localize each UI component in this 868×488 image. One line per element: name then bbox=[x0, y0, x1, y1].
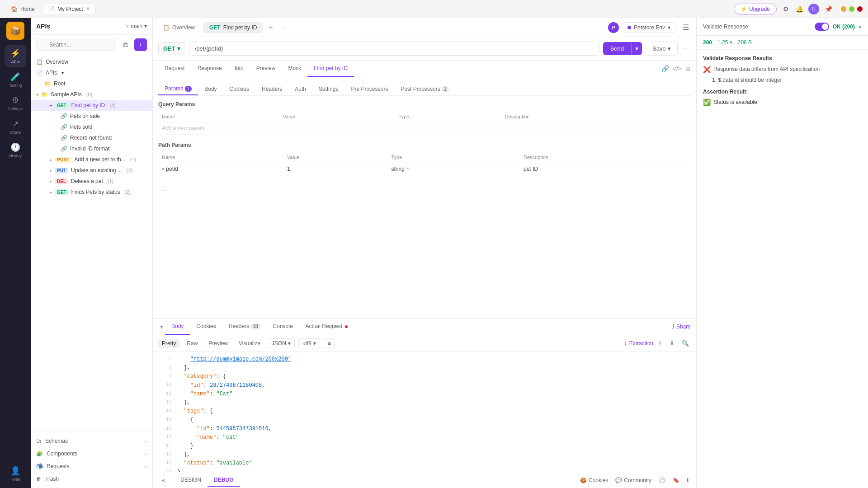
expand-icon[interactable]: ▾ bbox=[162, 166, 165, 172]
subtab-info[interactable]: Info bbox=[228, 61, 250, 77]
tree-item-root[interactable]: 📁 Root bbox=[31, 78, 152, 89]
params-tab-post[interactable]: Post Processors 1 bbox=[394, 83, 455, 95]
response-tab-headers[interactable]: Headers 18 bbox=[222, 319, 267, 335]
collapse-panel-button[interactable]: ▾ bbox=[158, 322, 165, 332]
tree-item-delete-pet[interactable]: ▸ DEL Deletes a pet (1) bbox=[31, 176, 152, 187]
tree-item-apis-group[interactable]: 📄 APIs ▾ bbox=[31, 67, 152, 78]
subtab-request[interactable]: Request bbox=[158, 61, 191, 77]
copy-button[interactable]: ⎘ bbox=[657, 338, 664, 348]
footer-schemas[interactable]: 🗂 Schemas ▸ bbox=[36, 436, 147, 446]
params-tab-settings[interactable]: Settings bbox=[312, 83, 344, 95]
tree-item-invalid-id[interactable]: 🔗 Invalid ID format bbox=[31, 143, 152, 154]
tree-item-add-pet[interactable]: ▸ POST Add a new pet to th... (1) bbox=[31, 154, 152, 165]
params-tab-auth[interactable]: Auth bbox=[288, 83, 312, 95]
method-selector[interactable]: GET ▾ bbox=[158, 42, 185, 55]
env-selector[interactable]: Petstore Env ▾ bbox=[623, 22, 675, 33]
send-dropdown-button[interactable]: ▾ bbox=[631, 42, 642, 55]
add-button[interactable]: + bbox=[134, 38, 147, 51]
tree-item-pets-sold[interactable]: 🔗 Pets sold bbox=[31, 122, 152, 132]
encoding-selector[interactable]: utf8 ▾ bbox=[298, 338, 320, 348]
chevron-right: ▸ bbox=[50, 157, 52, 162]
sidebar-item-settings[interactable]: ⚙ Settings bbox=[5, 92, 26, 114]
response-tab-actual[interactable]: Actual Request bbox=[299, 319, 354, 335]
tree-item-pets-on-sale[interactable]: 🔗 Pets on sale bbox=[31, 111, 152, 122]
home-tab[interactable]: 🏠 Home bbox=[5, 4, 40, 14]
view-preview[interactable]: Preview bbox=[205, 339, 231, 348]
params-tab-body[interactable]: Body bbox=[198, 83, 223, 95]
tree-item-record-not-found[interactable]: 🔗 Record not found bbox=[31, 132, 152, 143]
params-tab-headers[interactable]: Headers bbox=[255, 83, 288, 95]
footer-trash[interactable]: 🗑 Trash bbox=[36, 474, 147, 484]
subtab-response[interactable]: Response bbox=[191, 61, 228, 77]
response-tab-console[interactable]: Console bbox=[267, 319, 299, 335]
add-tab-button[interactable]: + bbox=[265, 22, 276, 33]
close-button[interactable]: × bbox=[857, 6, 863, 12]
minimize-button[interactable]: — bbox=[841, 6, 846, 12]
tree-item-find-pet[interactable]: ▾ GET Find pet by ID (4) bbox=[31, 100, 152, 111]
footer-requests[interactable]: 📬 Requests ▸ bbox=[36, 461, 147, 472]
params-tab-params[interactable]: Params 1 bbox=[158, 83, 198, 95]
tree-item-sample-apis[interactable]: ▾ 📁 Sample APIs (5) bbox=[31, 89, 152, 100]
clock-item[interactable]: 🕐 bbox=[659, 477, 665, 483]
project-tab[interactable]: 📄 My Project ✕ bbox=[42, 4, 96, 14]
search-input[interactable] bbox=[36, 39, 116, 51]
params-tab-cookies[interactable]: Cookies bbox=[223, 83, 255, 95]
more-options-button[interactable]: ··· bbox=[681, 43, 691, 55]
save-button[interactable]: Save ▾ bbox=[646, 42, 678, 56]
view-raw[interactable]: Raw bbox=[183, 339, 201, 348]
more-tabs-button[interactable]: ··· bbox=[278, 22, 291, 33]
footer-components[interactable]: 🧩 Components ▸ bbox=[36, 448, 147, 459]
bookmark-item[interactable]: 🔖 bbox=[673, 477, 679, 483]
upgrade-button[interactable]: ⚡ Upgrade bbox=[734, 4, 777, 14]
pin-icon[interactable]: 📌 bbox=[824, 5, 833, 14]
subtab-find-pet[interactable]: Find pet by ID bbox=[307, 61, 354, 77]
tab-overview[interactable]: 📋 Overview bbox=[156, 22, 201, 33]
code-icon[interactable]: </> bbox=[673, 65, 682, 72]
tree-item-overview[interactable]: 📋 Overview bbox=[31, 56, 152, 67]
response-tab-body[interactable]: Body bbox=[165, 319, 190, 335]
layout-icon[interactable]: ⊞ bbox=[685, 65, 691, 72]
link-icon[interactable]: 🔗 bbox=[661, 65, 669, 72]
maximize-button[interactable]: □ bbox=[849, 6, 854, 12]
view-pretty[interactable]: Pretty bbox=[158, 339, 179, 348]
tree-item-finds-pets[interactable]: ▸ GET Finds Pets by status (2) bbox=[31, 187, 152, 197]
design-tab[interactable]: DESIGN bbox=[174, 474, 208, 487]
tab-find-pet[interactable]: GET Find pet by ID bbox=[203, 22, 263, 33]
share-button[interactable]: ⤴ Share bbox=[672, 324, 691, 330]
extraction-button[interactable]: ⤓ Extraction bbox=[623, 340, 653, 347]
format-selector[interactable]: JSON ▾ bbox=[268, 338, 295, 348]
menu-button[interactable]: ☰ bbox=[679, 21, 693, 33]
filter-button[interactable]: ⚖ bbox=[119, 38, 132, 51]
send-button[interactable]: Send bbox=[603, 42, 631, 55]
sidebar-item-share[interactable]: ↗ Share bbox=[5, 116, 26, 137]
close-tab-icon[interactable]: ✕ bbox=[86, 6, 90, 12]
search-response-button[interactable]: 🔍 bbox=[680, 338, 691, 348]
wrap-button[interactable]: ≡ bbox=[324, 338, 335, 348]
subtab-preview[interactable]: Preview bbox=[250, 61, 282, 77]
community-item[interactable]: 💬 Community bbox=[615, 477, 651, 483]
response-tab-cookies[interactable]: Cookies bbox=[190, 319, 222, 335]
add-param-row[interactable]: Add a new param bbox=[158, 122, 691, 135]
settings-icon[interactable]: ⚙ bbox=[781, 5, 790, 14]
validate-toggle[interactable] bbox=[815, 23, 829, 31]
params-tab-pre[interactable]: Pre Processors bbox=[344, 83, 394, 95]
sidebar-item-testing[interactable]: 🧪 Testing bbox=[5, 69, 26, 90]
subtab-mock[interactable]: Mock bbox=[282, 61, 307, 77]
cookies-item[interactable]: 🍪 Cookies bbox=[580, 477, 608, 483]
sidebar-item-history[interactable]: 🕐 History bbox=[5, 139, 26, 161]
sidebar-item-apis[interactable]: ⚡ APIs bbox=[5, 45, 26, 67]
collapse-all-button[interactable]: « bbox=[160, 475, 167, 485]
more-options[interactable]: ··· bbox=[158, 183, 691, 198]
info-item[interactable]: ℹ bbox=[687, 477, 689, 483]
sidebar-item-invite[interactable]: 👤 Invite bbox=[5, 463, 26, 484]
notifications-icon[interactable]: 🔔 bbox=[795, 5, 804, 14]
debug-tab[interactable]: DEBUG bbox=[208, 474, 240, 487]
branch-selector[interactable]: ⑂ main ▾ bbox=[126, 23, 147, 29]
view-visualize[interactable]: Visualize bbox=[235, 339, 264, 348]
avatar[interactable]: U bbox=[808, 4, 819, 14]
url-input[interactable] bbox=[189, 42, 599, 56]
download-button[interactable]: ⬇ bbox=[668, 338, 676, 348]
tree-item-update-pet[interactable]: ▸ PUT Update an existing ... (2) bbox=[31, 165, 152, 176]
method-badge-delete: DEL bbox=[55, 178, 68, 184]
expand-validation-icon[interactable]: ▾ bbox=[859, 23, 862, 30]
